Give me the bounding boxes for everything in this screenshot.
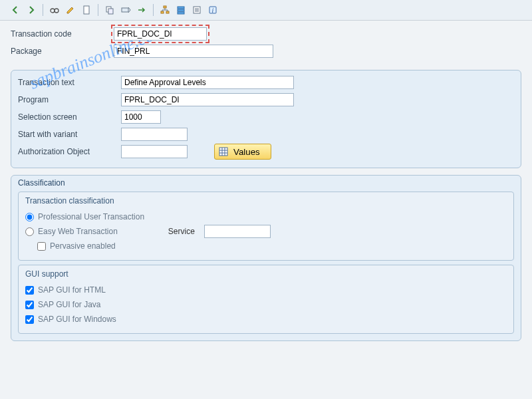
- checkbox-gui-java-label: SAP GUI for Java: [38, 300, 100, 309]
- start-variant-label: Start with variant: [18, 130, 121, 139]
- checkbox-pervasive[interactable]: [37, 242, 46, 251]
- svg-point-1: [55, 9, 59, 13]
- checkbox-gui-windows-label: SAP GUI for Windows: [38, 315, 116, 324]
- info-icon[interactable]: i: [205, 3, 220, 17]
- package-label: Package: [11, 47, 114, 56]
- auth-object-field[interactable]: [121, 145, 188, 158]
- selection-screen-label: Selection screen: [18, 112, 121, 122]
- edit-icon[interactable]: [63, 3, 78, 17]
- document-icon[interactable]: [79, 3, 94, 17]
- forward-arrow-icon[interactable]: [134, 3, 149, 17]
- transaction-code-field[interactable]: [114, 27, 207, 41]
- checkbox-pervasive-label: Pervasive enabled: [50, 241, 116, 251]
- table-icon: [219, 147, 228, 156]
- content-area: sapbrainsonline.com Transaction code Pac…: [0, 21, 532, 346]
- service-label: Service: [168, 227, 195, 236]
- package-field[interactable]: [114, 45, 273, 58]
- svg-rect-6: [122, 8, 128, 12]
- transaction-classification-group: Transaction classification Professional …: [18, 192, 514, 261]
- values-button[interactable]: Values: [214, 144, 271, 160]
- glasses-icon[interactable]: [47, 3, 62, 17]
- transaction-code-highlight: [114, 27, 207, 41]
- details-group: Transaction text Program Selection scree…: [11, 70, 521, 168]
- transaction-text-field[interactable]: [121, 76, 294, 89]
- auth-object-label: Authorization Object: [18, 147, 121, 156]
- checkbox-gui-html-label: SAP GUI for HTML: [38, 285, 106, 295]
- stack-icon[interactable]: [174, 3, 188, 17]
- svg-rect-11: [178, 9, 184, 11]
- values-button-label: Values: [233, 147, 260, 157]
- svg-rect-19: [219, 148, 227, 156]
- svg-rect-7: [164, 6, 166, 8]
- transaction-code-label: Transaction code: [11, 29, 114, 39]
- transaction-text-label: Transaction text: [18, 78, 121, 87]
- copy-icon[interactable]: [102, 3, 117, 17]
- rename-icon[interactable]: [118, 3, 133, 17]
- classification-title: Classification: [18, 178, 514, 188]
- checkbox-gui-java[interactable]: [25, 301, 34, 309]
- svg-rect-5: [108, 9, 113, 14]
- toolbar: i: [0, 0, 532, 21]
- classification-group: Classification Transaction classificatio…: [11, 175, 521, 341]
- list-icon[interactable]: [190, 3, 204, 17]
- back-icon[interactable]: [8, 3, 23, 17]
- hierarchy-icon[interactable]: [158, 3, 172, 17]
- selection-screen-field[interactable]: [121, 110, 161, 124]
- svg-rect-3: [84, 6, 89, 14]
- svg-text:i: i: [212, 7, 214, 14]
- svg-rect-9: [166, 11, 169, 13]
- gui-support-group: GUI support SAP GUI for HTML SAP GUI for…: [18, 265, 514, 334]
- svg-rect-10: [178, 7, 184, 9]
- checkbox-gui-html[interactable]: [25, 286, 34, 295]
- program-field[interactable]: [121, 93, 294, 106]
- service-field-input[interactable]: [204, 225, 271, 238]
- svg-rect-8: [161, 11, 164, 13]
- gui-support-title: GUI support: [25, 269, 507, 279]
- transaction-classification-title: Transaction classification: [25, 196, 507, 205]
- radio-easy-web-label: Easy Web Transaction: [38, 227, 118, 236]
- program-label: Program: [18, 95, 121, 104]
- radio-professional-label: Professional User Transaction: [38, 212, 144, 221]
- radio-easy-web[interactable]: [25, 227, 34, 236]
- svg-rect-12: [178, 12, 184, 14]
- svg-point-0: [51, 9, 55, 13]
- forward-icon[interactable]: [24, 3, 39, 17]
- checkbox-gui-windows[interactable]: [25, 315, 34, 324]
- start-variant-field[interactable]: [121, 128, 188, 141]
- radio-professional[interactable]: [25, 213, 34, 221]
